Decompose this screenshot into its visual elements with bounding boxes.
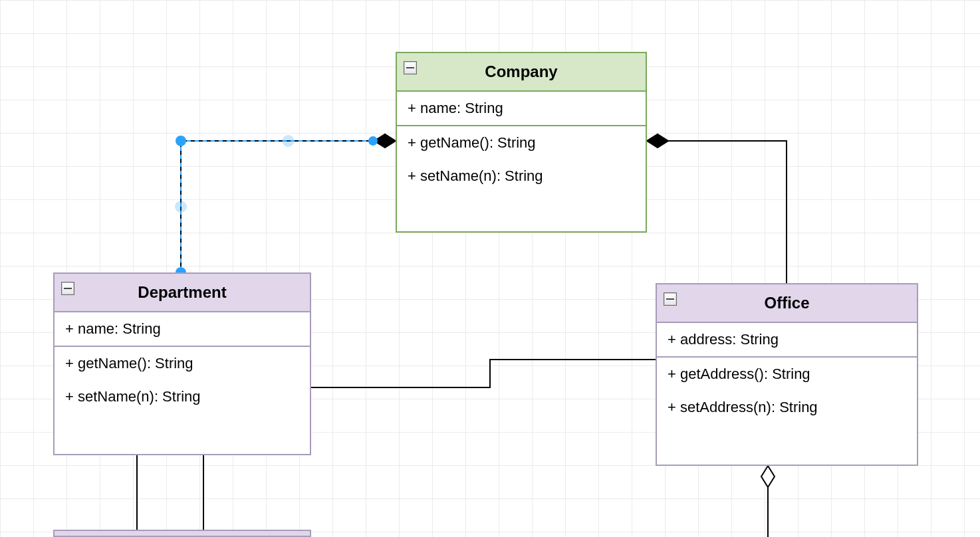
operations-section: + getAddress(): String + setAddress(n): … bbox=[657, 358, 917, 424]
class-operation[interactable]: + setName(n): String bbox=[55, 380, 310, 413]
class-operation[interactable]: + getAddress(): String bbox=[657, 358, 917, 391]
svg-point-5 bbox=[175, 201, 187, 213]
class-office[interactable]: Office + address: String + getAddress():… bbox=[656, 283, 918, 466]
class-partial-header[interactable] bbox=[55, 531, 310, 537]
class-company[interactable]: Company + name: String + getName(): Stri… bbox=[396, 52, 647, 233]
class-partial[interactable] bbox=[53, 530, 311, 537]
operations-section: + getName(): String + setName(n): String bbox=[397, 126, 646, 193]
attributes-section: + name: String bbox=[397, 92, 646, 126]
svg-marker-0 bbox=[374, 134, 396, 148]
attributes-section: + name: String bbox=[55, 312, 310, 347]
class-company-header[interactable]: Company bbox=[397, 53, 646, 92]
class-operation[interactable]: + setAddress(n): String bbox=[657, 391, 917, 424]
svg-marker-6 bbox=[647, 134, 668, 148]
class-department[interactable]: Department + name: String + getName(): S… bbox=[53, 272, 311, 455]
attributes-section: + address: String bbox=[657, 323, 917, 358]
class-title: Office bbox=[764, 294, 809, 312]
class-operation[interactable]: + setName(n): String bbox=[397, 160, 646, 193]
diagram-canvas[interactable]: Company + name: String + getName(): Stri… bbox=[0, 0, 980, 537]
svg-marker-7 bbox=[761, 466, 775, 487]
class-title: Company bbox=[485, 62, 557, 80]
svg-point-4 bbox=[283, 135, 295, 147]
collapse-toggle-icon[interactable] bbox=[404, 61, 417, 74]
class-title: Department bbox=[138, 283, 226, 301]
svg-point-1 bbox=[368, 136, 378, 146]
class-attribute[interactable]: + name: String bbox=[55, 312, 310, 346]
class-department-header[interactable]: Department bbox=[55, 274, 310, 312]
operations-section: + getName(): String + setName(n): String bbox=[55, 347, 310, 413]
collapse-toggle-icon[interactable] bbox=[61, 282, 74, 295]
class-attribute[interactable]: + name: String bbox=[397, 92, 646, 125]
class-operation[interactable]: + getName(): String bbox=[55, 347, 310, 380]
collapse-toggle-icon[interactable] bbox=[664, 292, 677, 306]
svg-point-2 bbox=[176, 136, 186, 146]
class-operation[interactable]: + getName(): String bbox=[397, 126, 646, 160]
class-attribute[interactable]: + address: String bbox=[657, 323, 917, 356]
class-office-header[interactable]: Office bbox=[657, 284, 917, 323]
